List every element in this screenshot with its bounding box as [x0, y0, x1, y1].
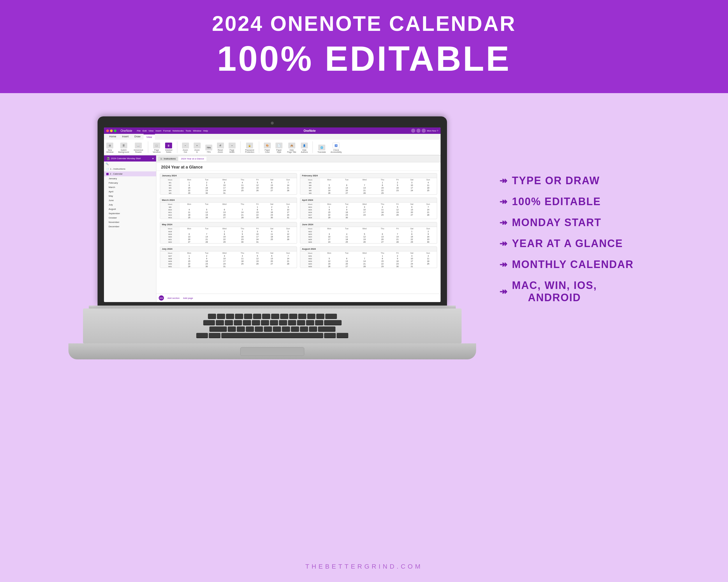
page-width-icon[interactable]: ↔	[229, 143, 236, 148]
key	[208, 314, 216, 319]
password-icon[interactable]: 🔒	[246, 143, 253, 148]
month-table-may: WeekMonTueWedThuFriSatSun W1812345 W1967…	[160, 227, 297, 243]
tool-deleted-notes: 🗑 DeletedNotes	[165, 143, 172, 153]
key	[243, 320, 251, 325]
key	[270, 320, 278, 325]
titlebar-center-title: OneNote	[210, 129, 410, 132]
sidebar-month-january[interactable]: January	[106, 176, 156, 181]
sidebar-page-calendar[interactable]: 2 - Calendar	[104, 171, 156, 176]
sidebar-page-instructions[interactable]: 📄 1 - Instructions	[104, 166, 156, 171]
hide-page-title-icon[interactable]: 🙈	[288, 143, 295, 148]
translate-icon[interactable]: 🌐	[318, 145, 325, 150]
ribbon-tab-insert[interactable]: Insert	[119, 134, 132, 140]
laptop-bottom	[69, 343, 476, 359]
ribbon-separator-3	[240, 141, 240, 153]
page-versions-icon[interactable]: ⬚	[153, 143, 160, 148]
month-table-march: WeekMonTueWedThuFriSatSun W9123 W1045678…	[160, 202, 297, 219]
sidebar-month-march[interactable]: March	[106, 185, 156, 189]
key	[325, 314, 337, 319]
reset-zoom-label: ResetZoom	[217, 149, 223, 153]
key	[279, 320, 287, 325]
tab-year-at-a-glance[interactable]: 2024 Year at a Glance	[179, 157, 206, 161]
titlebar-icon-1[interactable]	[411, 129, 415, 133]
paper-color-icon[interactable]: 🎨	[264, 143, 271, 148]
key	[324, 333, 336, 338]
minimize-button[interactable]	[110, 130, 113, 132]
paper-style-icon[interactable]: 📄	[276, 143, 283, 148]
month-table-january: WeekMonTueWedThuFriSatSun W11234567 W289…	[160, 178, 297, 194]
banner-title: 100% EDITABLE	[0, 38, 728, 79]
titlebar-app-name: OneNote	[121, 129, 132, 132]
new-window-icon[interactable]: ⊡	[106, 143, 113, 148]
key	[244, 314, 252, 319]
feature-platforms-text: MAC, WIN, IOS, ANDROID	[512, 279, 597, 304]
user-avatar: MW	[159, 295, 164, 301]
add-section-link[interactable]: Add section	[167, 297, 180, 300]
month-block-march: March 2024 WeekMonTueWedThuFriSatSun W91…	[160, 198, 297, 219]
ribbon-tab-draw[interactable]: Draw	[132, 134, 144, 140]
titlebar-icon-3[interactable]	[422, 129, 426, 133]
sidebar-notebook-header[interactable]: 📓 2024 Calendar Monday Start ▾	[104, 156, 156, 162]
laptop-trackpad[interactable]	[240, 347, 304, 356]
zoom-percent-icon[interactable]: 75%	[205, 145, 212, 150]
zoom-in-icon[interactable]: +	[193, 143, 201, 148]
check-accessibility-icon[interactable]: ♿	[333, 143, 340, 148]
key	[209, 327, 227, 332]
ribbon-tab-view[interactable]: View	[144, 134, 155, 140]
close-button[interactable]	[106, 130, 109, 132]
sidebar-month-december[interactable]: December	[106, 224, 156, 229]
maximize-button[interactable]	[114, 130, 116, 132]
key	[226, 314, 234, 319]
month-block-february: February 2024 WeekMonTueWedThuFriSatSun …	[300, 173, 437, 195]
add-page-link[interactable]: Add page	[183, 297, 193, 300]
onenote-sidebar: 📓 2024 Calendar Monday Start ▾ 🔍	[104, 156, 156, 302]
key	[264, 327, 272, 332]
zoom-in-label: ZoomIn	[194, 149, 200, 153]
key	[234, 320, 242, 325]
hide-authors-label: HideAuthors	[301, 149, 308, 153]
laptop-screen-bezel: OneNote File Edit View Insert Format Not…	[98, 116, 447, 306]
key	[203, 320, 215, 325]
page-tabs: 1 - Instructions 2024 Year at a Glance	[156, 156, 441, 162]
page-footer: THEBETTERGRIND.COM	[0, 563, 728, 570]
sidebar-month-july[interactable]: July	[106, 202, 156, 207]
sidebar-month-november[interactable]: November	[106, 220, 156, 224]
sidebar-month-september[interactable]: September	[106, 211, 156, 216]
zoom-out-label: ZoomOut	[183, 149, 188, 153]
feature-arrow-5: ↠	[499, 259, 507, 270]
key	[298, 314, 306, 319]
titlebar-icon-2[interactable]	[416, 129, 420, 133]
key	[282, 327, 290, 332]
feature-arrow-6: ↠	[499, 286, 507, 297]
sidebar-month-june[interactable]: June	[106, 198, 156, 202]
ribbon-tab-home[interactable]: Home	[106, 134, 119, 140]
switch-bg-icon[interactable]: ☰	[120, 143, 127, 148]
sidebar-month-february[interactable]: February	[106, 181, 156, 185]
zoom-out-icon[interactable]: −	[182, 143, 189, 148]
laptop-keyboard-area	[83, 308, 462, 343]
notebook-expand-icon[interactable]: ▾	[152, 157, 154, 160]
sidebar-month-may[interactable]: May	[106, 194, 156, 198]
month-table-august: WeekMonTueWedThuFriSatSun W311234 W32567…	[300, 251, 437, 268]
sidebar-month-august[interactable]: August	[106, 207, 156, 211]
translate-label: Translate	[317, 151, 326, 153]
tool-zoom-out: − ZoomOut	[182, 143, 189, 153]
tab-instructions[interactable]: 1 - Instructions	[158, 157, 178, 161]
key	[246, 327, 254, 332]
sidebar-search: 🔍	[104, 162, 156, 166]
key	[280, 314, 288, 319]
features-list: ↠ TYPE OR DRAW ↠ 100% EDITABLE ↠ MONDAY …	[499, 116, 659, 304]
deleted-notes-icon[interactable]: 🗑	[165, 143, 172, 148]
titlebar-menu: File Edit View Insert Format Notebooks T…	[137, 130, 208, 132]
reset-zoom-icon[interactable]: ↺	[217, 143, 224, 148]
immersive-reader-icon[interactable]: 📖	[135, 143, 142, 148]
page-versions-label: PageVersions	[153, 149, 161, 153]
hide-authors-icon[interactable]: 👤	[301, 143, 308, 148]
sidebar-month-october[interactable]: October	[106, 216, 156, 220]
titlebar-right-label: Mon Nov ?	[427, 130, 438, 132]
laptop-hinge	[89, 306, 456, 308]
sidebar-month-april[interactable]: April	[106, 189, 156, 194]
month-table-july: WeekMonTueWedThuFriSatSun W271234567 W28…	[160, 251, 297, 268]
key	[307, 314, 315, 319]
calendar-grid: January 2024 WeekMonTueWedThuFriSatSun W…	[160, 173, 437, 268]
